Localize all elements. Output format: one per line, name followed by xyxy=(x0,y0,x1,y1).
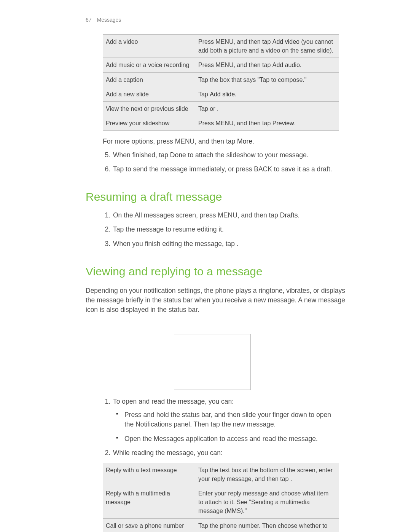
list-item: When finished, tap Done to attach the sl… xyxy=(112,150,339,160)
table-cell-description: Tap the phone number. Then choose whethe… xyxy=(195,518,339,532)
table-row: Add a new slideTap Add slide. xyxy=(103,87,339,101)
table-cell-action: Call or save a phone number contained in… xyxy=(103,518,195,532)
table-cell-description: Tap or . xyxy=(195,101,339,116)
table-row: Add a captionTap the box that says "Tap … xyxy=(103,72,339,87)
content-column-wide: Depending on your notification settings,… xyxy=(86,286,348,315)
page: 67 Messages Add a videoPress MENU, and t… xyxy=(0,0,411,532)
table-cell-action: Reply with a text message xyxy=(103,463,195,486)
content-column-2: To open and read the message, you can: P… xyxy=(86,334,339,532)
content-column: Add a videoPress MENU, and then tap Add … xyxy=(86,34,339,280)
table-cell-action: Preview your slideshow xyxy=(103,116,195,131)
table-cell-action: View the next or previous slide xyxy=(103,101,195,116)
slideshow-finish-steps: When finished, tap Done to attach the sl… xyxy=(86,150,339,174)
page-header: 67 Messages xyxy=(86,16,121,24)
table-cell-action: Add a new slide xyxy=(103,87,195,101)
section-name: Messages xyxy=(97,17,121,23)
list-item: Press and hold the status bar, and then … xyxy=(124,410,339,430)
heading-resuming-draft: Resuming a draft message xyxy=(86,189,339,205)
table-cell-description: Tap the box that says "Tap to compose." xyxy=(195,72,339,87)
open-message-options: Press and hold the status bar, and then … xyxy=(113,410,339,444)
table-cell-description: Tap Add slide. xyxy=(195,87,339,101)
table-row: Preview your slideshowPress MENU, and th… xyxy=(103,116,339,131)
table-cell-action: Add a caption xyxy=(103,72,195,87)
table-row: Reply with a multimedia messageEnter you… xyxy=(103,486,339,518)
list-item: Tap to send the message immediately, or … xyxy=(112,165,339,174)
more-options-note: For more options, press MENU, and then t… xyxy=(103,137,339,146)
table-cell-description: Press MENU, and then tap Add audio. xyxy=(195,58,339,72)
table-cell-action: Reply with a multimedia message xyxy=(103,486,195,518)
list-item: Tap the message to resume editing it. xyxy=(112,225,339,234)
table-cell-description: Tap the text box at the bottom of the sc… xyxy=(195,463,339,486)
table-row: Add a videoPress MENU, and then tap Add … xyxy=(103,35,339,58)
list-item: To open and read the message, you can: P… xyxy=(112,397,339,444)
table-row: View the next or previous slideTap or . xyxy=(103,101,339,116)
table-row: Call or save a phone number contained in… xyxy=(103,518,339,532)
screenshot-placeholder xyxy=(174,334,251,390)
page-number: 67 xyxy=(86,17,92,23)
list-item: While reading the message, you can: xyxy=(112,448,339,458)
list-item: When you finish editing the message, tap… xyxy=(112,239,339,249)
table-cell-description: Enter your reply message and choose what… xyxy=(195,486,339,518)
viewing-intro-paragraph: Depending on your notification settings,… xyxy=(86,286,348,315)
table-row: Reply with a text messageTap the text bo… xyxy=(103,463,339,486)
table-cell-description: Press MENU, and then tap Add video (you … xyxy=(195,35,339,58)
resuming-draft-steps: On the All messages screen, press MENU, … xyxy=(86,211,339,249)
list-item: On the All messages screen, press MENU, … xyxy=(112,211,339,220)
reply-options-table: Reply with a text messageTap the text bo… xyxy=(103,463,339,532)
list-item: Open the Messages application to access … xyxy=(124,434,339,444)
slideshow-options-table: Add a videoPress MENU, and then tap Add … xyxy=(103,34,339,131)
viewing-steps: To open and read the message, you can: P… xyxy=(86,397,339,458)
table-cell-action: Add music or a voice recording xyxy=(103,58,195,72)
table-cell-description: Press MENU, and then tap Preview. xyxy=(195,116,339,131)
table-cell-action: Add a video xyxy=(103,35,195,58)
heading-viewing-replying: Viewing and replying to a message xyxy=(86,263,339,280)
table-row: Add music or a voice recordingPress MENU… xyxy=(103,58,339,72)
